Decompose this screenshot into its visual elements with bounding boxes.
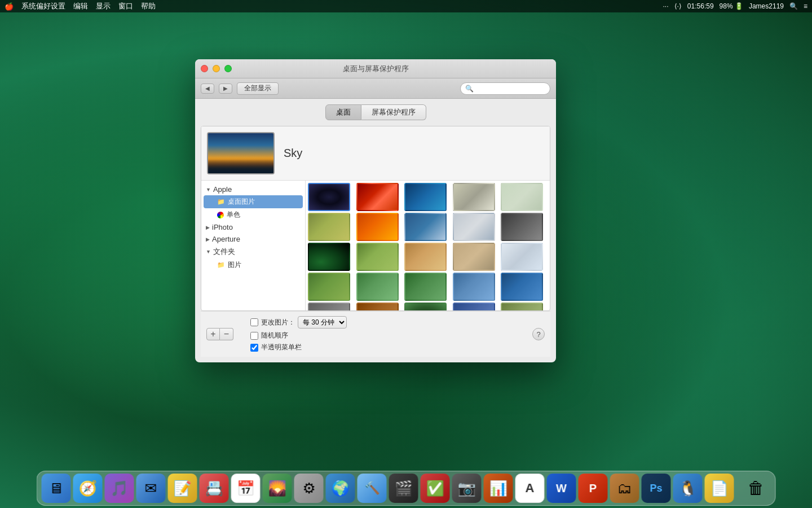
menu-display[interactable]: 显示	[96, 1, 111, 11]
thumb-22[interactable]	[356, 303, 399, 310]
thumb-6[interactable]	[308, 213, 350, 241]
menu-help[interactable]: 帮助	[141, 1, 156, 11]
dock-icon-finalcut[interactable]: 🎬	[389, 474, 418, 503]
dock-icon-googleearth[interactable]: 🌍	[326, 474, 355, 503]
add-folder-button[interactable]: +	[206, 328, 220, 340]
thumb-14[interactable]	[453, 243, 495, 271]
show-all-button[interactable]: 全部显示	[237, 82, 279, 95]
thumb-2[interactable]	[356, 183, 399, 211]
sidebar: ▼ Apple 📁 桌面图片 单色 ▶ iPhoto	[201, 181, 306, 311]
sidebar-group-apple[interactable]: ▼ Apple	[201, 183, 305, 195]
menubar-search[interactable]: 🔍	[789, 2, 798, 10]
dock-icon-photoshop[interactable]: Ps	[642, 474, 671, 503]
thumb-11[interactable]	[308, 243, 350, 271]
content-wrapper: Sky ▼ Apple 📁 桌面图片 单	[201, 126, 550, 311]
dock-icon-omnifocus[interactable]: ✅	[421, 474, 450, 503]
back-button[interactable]: ◀	[201, 84, 214, 94]
thumb-5[interactable]	[501, 183, 543, 211]
split-panel: ▼ Apple 📁 桌面图片 单色 ▶ iPhoto	[201, 181, 550, 310]
menu-window[interactable]: 窗口	[118, 1, 133, 11]
thumb-9[interactable]	[453, 213, 495, 241]
menubar-network: ⟨·⟩	[674, 2, 682, 10]
sidebar-item-pictures[interactable]: 📁 图片	[201, 259, 305, 271]
dock-icon-matlab[interactable]: 📊	[484, 474, 513, 503]
thumb-7[interactable]	[356, 213, 399, 241]
apple-menu[interactable]: 🍎	[5, 2, 14, 11]
thumb-19[interactable]	[453, 273, 495, 301]
thumb-15[interactable]	[501, 243, 543, 271]
triangle-icon-2: ▶	[206, 225, 210, 230]
image-grid	[308, 183, 548, 310]
window-title: 桌面与屏幕保护程序	[343, 64, 409, 74]
triangle-icon-4: ▼	[206, 249, 211, 255]
dock-icon-finder[interactable]: 🖥	[42, 474, 71, 503]
sidebar-item-desktop-pictures[interactable]: 📁 桌面图片	[204, 195, 303, 208]
menubar-dots: ···	[663, 2, 669, 10]
thumb-1[interactable]	[308, 183, 350, 211]
thumb-12[interactable]	[356, 243, 399, 271]
tab-screensaver[interactable]: 屏幕保护程序	[361, 104, 426, 120]
tab-desktop[interactable]: 桌面	[325, 104, 361, 120]
desktop-screensaver-window: 桌面与屏幕保护程序 ◀ ▶ 全部显示 🔍 桌面 屏幕保护程序 Sk	[195, 59, 556, 362]
thumb-16[interactable]	[308, 273, 350, 301]
sidebar-group-aperture[interactable]: ▶ Aperture	[201, 233, 305, 245]
sidebar-item-solid-colors[interactable]: 单色	[201, 208, 305, 221]
dock-icon-addressbook[interactable]: 📇	[200, 474, 229, 503]
sidebar-group-folders[interactable]: ▼ 文件夹	[201, 245, 305, 259]
thumb-23[interactable]	[404, 303, 447, 310]
dock-icon-itunes[interactable]: 🎵	[105, 474, 134, 503]
search-box[interactable]: 🔍	[460, 82, 550, 95]
thumb-25[interactable]	[501, 303, 543, 310]
minimize-button[interactable]	[213, 65, 220, 72]
dock-icon-fontbook[interactable]: A	[515, 474, 545, 503]
dock-icon-qq[interactable]: 🐧	[673, 474, 703, 503]
menubar-menu[interactable]: ≡	[804, 2, 807, 10]
help-button[interactable]: ?	[532, 328, 545, 340]
sidebar-group-aperture-label: Aperture	[212, 235, 240, 243]
forward-button[interactable]: ▶	[219, 84, 232, 94]
dock-icon-trash[interactable]: 🗑	[742, 474, 771, 503]
dock-icon-calendar[interactable]: 📅	[231, 474, 261, 503]
dock-icon-finder2[interactable]: 🗂	[610, 474, 639, 503]
sidebar-group-iphoto[interactable]: ▶ iPhoto	[201, 221, 305, 233]
maximize-button[interactable]	[224, 65, 232, 72]
thumb-20[interactable]	[501, 273, 543, 301]
dock-icon-powerpoint[interactable]: P	[579, 474, 608, 503]
random-order-option[interactable]: 随机顺序	[250, 331, 347, 340]
translucent-menu-label: 半透明菜单栏	[261, 343, 302, 352]
change-picture-checkbox[interactable]	[250, 318, 258, 326]
tab-bar: 桌面 屏幕保护程序	[201, 104, 550, 120]
remove-folder-button[interactable]: −	[220, 328, 233, 340]
thumb-4[interactable]	[453, 183, 495, 211]
folder-icon: 📁	[217, 198, 225, 206]
sidebar-group-apple-label: Apple	[213, 185, 232, 194]
interval-select[interactable]: 每 30 分钟 每小时 每天 登录时	[298, 316, 347, 329]
dock-icon-camera[interactable]: 📷	[452, 474, 482, 503]
menu-edit[interactable]: 编辑	[73, 1, 88, 11]
dock-icon-mail[interactable]: ✉	[136, 474, 166, 503]
dock-icon-sysprefs[interactable]: ⚙	[294, 474, 324, 503]
random-order-checkbox[interactable]	[250, 332, 258, 340]
translucent-menu-option[interactable]: 半透明菜单栏	[250, 343, 347, 352]
sidebar-item-solid-colors-label: 单色	[227, 210, 240, 220]
change-picture-option[interactable]: 更改图片： 每 30 分钟 每小时 每天 登录时	[250, 316, 347, 329]
dock-icon-stickies[interactable]: 📝	[168, 474, 197, 503]
thumb-3[interactable]	[404, 183, 447, 211]
dock-icon-xcode[interactable]: 🔨	[358, 474, 387, 503]
thumb-10[interactable]	[501, 213, 543, 241]
window-toolbar: ◀ ▶ 全部显示 🔍	[195, 78, 556, 99]
thumb-13[interactable]	[404, 243, 447, 271]
dock-icon-iphoto[interactable]: 🌄	[263, 474, 292, 503]
translucent-menu-checkbox[interactable]	[250, 344, 258, 352]
thumb-24[interactable]	[453, 303, 495, 310]
thumb-17[interactable]	[356, 273, 399, 301]
dock-icon-safari[interactable]: 🧭	[73, 474, 103, 503]
thumb-18[interactable]	[404, 273, 447, 301]
dock-icon-word[interactable]: W	[547, 474, 576, 503]
menu-system-prefs[interactable]: 系统偏好设置	[21, 1, 65, 11]
dock-icon-notes[interactable]: 📄	[705, 474, 734, 503]
sidebar-item-pictures-label: 图片	[228, 260, 241, 270]
close-button[interactable]	[201, 65, 208, 72]
thumb-8[interactable]	[404, 213, 447, 241]
thumb-21[interactable]	[308, 303, 350, 310]
